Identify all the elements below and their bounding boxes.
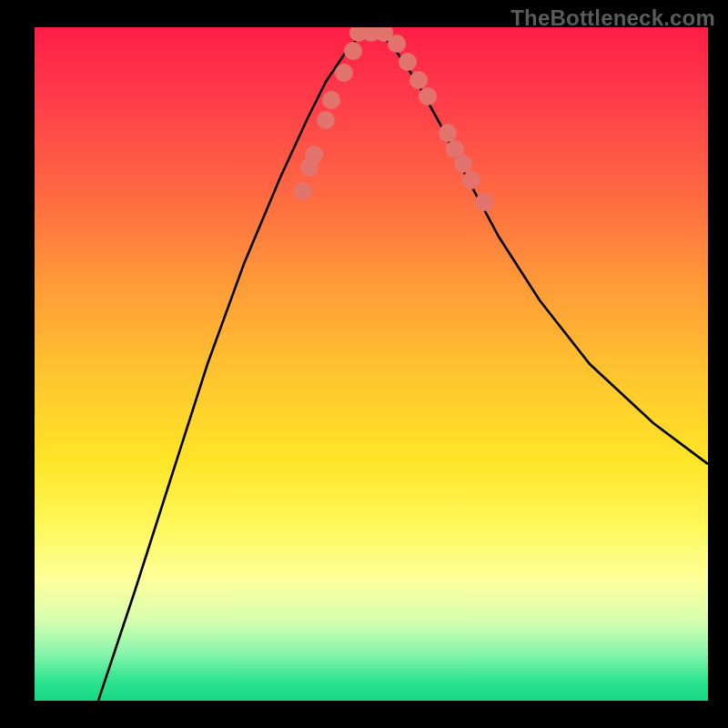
threshold-dot bbox=[317, 111, 335, 129]
threshold-dot bbox=[305, 146, 323, 164]
threshold-dot bbox=[344, 42, 362, 60]
threshold-dot bbox=[335, 64, 353, 82]
threshold-dot bbox=[439, 124, 457, 142]
chart-plot-area bbox=[35, 27, 708, 701]
threshold-dot bbox=[419, 87, 437, 106]
threshold-dot bbox=[462, 171, 480, 189]
threshold-dot bbox=[475, 193, 493, 211]
threshold-markers bbox=[294, 27, 493, 211]
threshold-dot bbox=[388, 35, 406, 53]
watermark-text: TheBottleneck.com bbox=[511, 5, 715, 31]
chart-svg bbox=[35, 27, 708, 701]
threshold-dot bbox=[410, 71, 428, 89]
chart-frame: TheBottleneck.com bbox=[0, 0, 728, 728]
bottleneck-curve bbox=[98, 31, 708, 701]
threshold-dot bbox=[454, 155, 472, 173]
threshold-dot bbox=[399, 53, 417, 71]
threshold-dot bbox=[294, 182, 312, 200]
threshold-dot bbox=[322, 91, 340, 109]
